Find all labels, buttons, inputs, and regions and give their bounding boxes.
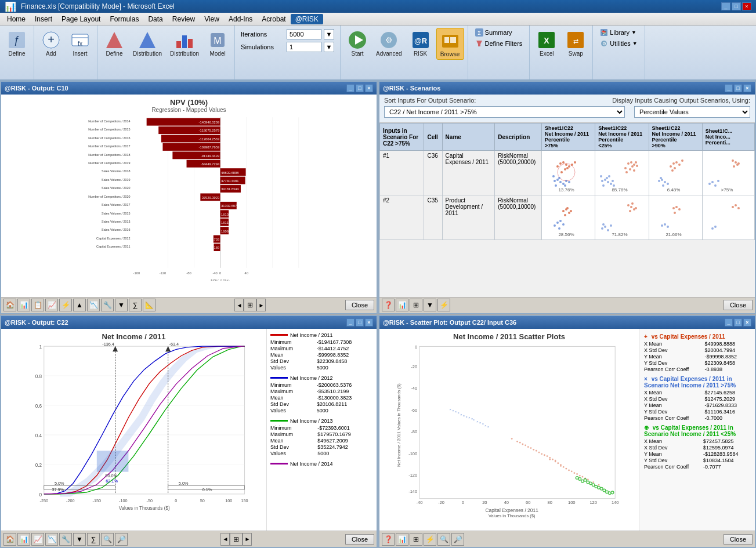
panel-scenarios-close[interactable]: × <box>743 84 751 92</box>
c22-scroll-middle[interactable]: ⊞ <box>230 533 243 546</box>
c10-icon-3[interactable]: 📋 <box>31 299 44 311</box>
excel-button[interactable]: X Excel <box>533 28 560 59</box>
svg-point-143 <box>672 162 675 165</box>
simulations-dropdown[interactable]: ▼ <box>324 42 334 52</box>
c22-icon-7[interactable]: ∑ <box>87 533 100 546</box>
c10-scroll-right[interactable]: ► <box>256 299 266 311</box>
svg-point-208 <box>714 226 717 228</box>
minimize-button[interactable]: _ <box>721 2 730 10</box>
menu-page-layout[interactable]: Page Layout <box>57 14 105 24</box>
model-button[interactable]: M Model <box>204 28 231 59</box>
scatter-icon-4[interactable]: ⚡ <box>424 533 436 546</box>
scatter-close-button[interactable]: Close <box>724 534 753 545</box>
scenarios-icon-4[interactable]: ▼ <box>424 299 436 311</box>
series1-min: -$194167.7308 <box>317 339 373 345</box>
start-button[interactable]: Start <box>344 28 371 59</box>
risk-button[interactable]: @R RISK <box>407 28 434 59</box>
scenarios-close-button[interactable]: Close <box>724 300 753 310</box>
c10-icon-4[interactable]: 📈 <box>45 299 58 311</box>
c22-icon-6[interactable]: ▼ <box>73 533 86 546</box>
panel-scatter-minimize[interactable]: _ <box>725 318 733 326</box>
legend-color-3 <box>270 420 288 422</box>
close-button[interactable]: × <box>742 2 751 10</box>
browse-icon <box>440 30 461 51</box>
maximize-button[interactable]: □ <box>732 2 741 10</box>
c22-icon-4[interactable]: 📉 <box>45 533 58 546</box>
browse-button[interactable]: Browse <box>436 28 464 60</box>
scenarios-output-dropdown[interactable]: C22 / Net Income / 2011 >75% <box>384 106 625 118</box>
c22-icon-5[interactable]: 🔧 <box>59 533 72 546</box>
panel-c22-close[interactable]: × <box>365 318 373 326</box>
scenarios-icon-1[interactable]: ❓ <box>382 299 395 311</box>
scatter-icon-1[interactable]: ❓ <box>382 533 395 546</box>
swap-button[interactable]: ⇄ Swap <box>562 28 589 59</box>
utilities-button[interactable]: ⚙ Utilities ▼ <box>596 39 641 48</box>
menu-addins[interactable]: Add-Ins <box>224 14 257 24</box>
svg-point-113 <box>565 180 567 182</box>
c22-icon-1[interactable]: 🏠 <box>3 533 16 546</box>
define-filters-button[interactable]: Define Filters <box>472 39 526 48</box>
menu-acrobat[interactable]: Acrobat <box>257 14 290 24</box>
define2-button[interactable]: Define <box>101 28 128 59</box>
distribution2-button[interactable]: Distribution <box>167 28 202 59</box>
distribution1-button[interactable]: Distribution <box>130 28 165 59</box>
scatter-icon-2[interactable]: 📊 <box>396 533 408 546</box>
c10-icon-2[interactable]: 📊 <box>17 299 30 311</box>
scenarios-display-dropdown[interactable]: Percentile Values <box>634 106 750 118</box>
library-button[interactable]: 📚 Library ▼ <box>596 28 641 37</box>
scenarios-icon-5[interactable]: ⚡ <box>437 299 450 311</box>
c10-icon-6[interactable]: ▲ <box>73 299 86 311</box>
scatter-icon-6[interactable]: 🔎 <box>451 533 464 546</box>
c10-icon-5[interactable]: ⚡ <box>59 299 72 311</box>
menu-insert[interactable]: Insert <box>30 14 57 24</box>
c10-close-button[interactable]: Close <box>345 300 374 310</box>
c10-icon-10[interactable]: ∑ <box>129 299 142 311</box>
c10-icon-1[interactable]: 🏠 <box>3 299 16 311</box>
c22-icon-8[interactable]: 🔍 <box>101 533 114 546</box>
svg-text:⚙: ⚙ <box>602 41 606 46</box>
summary-button[interactable]: Σ Summary <box>472 28 526 37</box>
advanced-button[interactable]: ⚙ Advanced <box>373 28 404 59</box>
menu-home[interactable]: Home <box>2 14 30 24</box>
c22-scroll-left[interactable]: ◄ <box>220 533 230 546</box>
scenarios-icon-3[interactable]: ⊞ <box>410 299 422 311</box>
panel-scatter-close[interactable]: × <box>743 318 751 326</box>
add-button[interactable]: + Add <box>38 28 64 59</box>
panel-scenarios-maximize[interactable]: □ <box>734 84 742 92</box>
panel-c22-minimize[interactable]: _ <box>346 318 355 326</box>
svg-point-103 <box>564 168 566 170</box>
c22-icon-2[interactable]: 📊 <box>17 533 30 546</box>
svg-marker-7 <box>106 32 122 48</box>
panel-c10-minimize[interactable]: _ <box>346 84 355 92</box>
svg-point-269 <box>544 454 545 456</box>
menu-risk[interactable]: @RISK <box>291 14 323 24</box>
menu-review[interactable]: Review <box>168 14 200 24</box>
menu-formulas[interactable]: Formulas <box>105 14 143 24</box>
simulations-input[interactable] <box>287 42 321 52</box>
c10-scroll-left[interactable]: ◄ <box>234 299 244 311</box>
panel-scatter-maximize[interactable]: □ <box>734 318 742 326</box>
c22-icon-9[interactable]: 🔎 <box>115 533 128 546</box>
panel-scenarios-minimize[interactable]: _ <box>725 84 733 92</box>
scatter-icon-3[interactable]: ⊞ <box>410 533 422 546</box>
panel-c10-maximize[interactable]: □ <box>356 84 364 92</box>
c10-icon-8[interactable]: 🔧 <box>101 299 114 311</box>
insert-button[interactable]: fx Insert <box>67 28 93 59</box>
c22-scroll-right[interactable]: ► <box>243 533 252 546</box>
panel-c10-close[interactable]: × <box>365 84 373 92</box>
menu-data[interactable]: Data <box>143 14 167 24</box>
c22-close-button[interactable]: Close <box>345 534 374 545</box>
menu-view[interactable]: View <box>200 14 224 24</box>
scenarios-icon-2[interactable]: 📊 <box>396 299 408 311</box>
scatter-icon-5[interactable]: 🔍 <box>437 533 450 546</box>
c10-scroll-middle[interactable]: ⊞ <box>244 299 256 311</box>
c10-icon-7[interactable]: 📉 <box>87 299 100 311</box>
c10-icon-11[interactable]: 📐 <box>143 299 155 311</box>
iterations-input[interactable] <box>287 29 321 39</box>
iterations-dropdown[interactable]: ▼ <box>324 29 334 39</box>
scenarios-name-2: ProductDevelopment /2011 <box>442 195 495 240</box>
c22-icon-3[interactable]: 📈 <box>31 533 44 546</box>
define-button[interactable]: ƒ Define <box>3 28 30 59</box>
panel-c22-maximize[interactable]: □ <box>356 318 364 326</box>
c10-icon-9[interactable]: ▼ <box>115 299 128 311</box>
